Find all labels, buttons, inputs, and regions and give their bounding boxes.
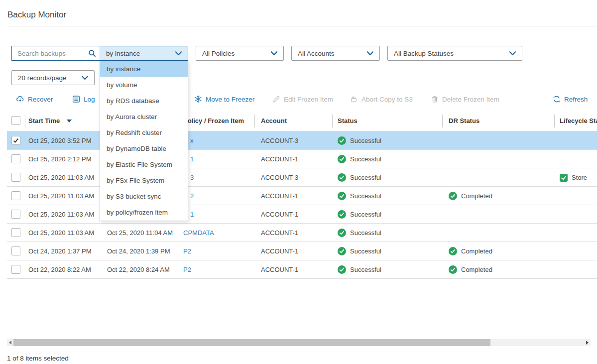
abort-copy-to-s3-button: Abort Copy to S3	[350, 94, 413, 105]
chevron-down-icon	[367, 51, 373, 56]
check-circle-icon	[338, 192, 346, 200]
records-per-page-select[interactable]: 20 records/page	[11, 70, 95, 85]
column-header-lifecycle-status[interactable]: Lifecycle Status	[560, 111, 597, 131]
start-time-cell: Oct 25, 2020 11:03 AM	[28, 168, 94, 187]
edit-frozen-item-button: Edit Frozen Item	[272, 94, 333, 105]
account-cell: ACCOUNT-3	[261, 168, 298, 187]
table-row[interactable]: Oct 25, 2020 3:52 PM x ACCOUNT-3 Success…	[7, 131, 597, 150]
dr-status-cell: Completed	[449, 187, 492, 205]
check-circle-icon	[338, 229, 346, 237]
check-circle-icon	[338, 155, 346, 163]
row-checkbox[interactable]	[11, 246, 20, 255]
scroll-right-button[interactable]	[584, 339, 591, 346]
check-circle-icon	[338, 247, 346, 255]
snowflake-icon	[194, 95, 202, 103]
dropdown-option[interactable]: by Elastic File System	[100, 157, 188, 173]
check-circle-icon	[338, 210, 346, 219]
start-time-cell: Oct 22, 2020 8:22 AM	[28, 260, 91, 279]
row-checkbox[interactable]	[11, 210, 20, 219]
dropdown-option[interactable]: by instance	[100, 61, 188, 77]
dropdown-option[interactable]: by Redshift cluster	[100, 125, 188, 141]
dropdown-option[interactable]: by S3 bucket sync	[100, 189, 188, 205]
sort-desc-icon	[67, 120, 72, 122]
status-cell: Successful	[338, 260, 381, 279]
finish-time-cell: Oct 25, 2020 11:04 AM	[107, 224, 173, 242]
account-cell: ACCOUNT-1	[261, 205, 298, 224]
table-row[interactable]: Oct 25, 2020 2:12 PM 1 ACCOUNT-1 Success…	[7, 150, 597, 168]
search-icon[interactable]	[85, 46, 100, 60]
status-cell: Successful	[338, 187, 381, 205]
scroll-left-button[interactable]	[7, 339, 13, 346]
table-row[interactable]: Oct 25, 2020 11:03 AM Oct 25, 2020 11:04…	[7, 224, 597, 242]
check-circle-icon	[449, 265, 457, 274]
table-row[interactable]: Oct 25, 2020 11:03 AM 3 ACCOUNT-3 Succes…	[7, 168, 597, 187]
column-header-start-time[interactable]: Start Time	[28, 111, 72, 131]
status-cell: Successful	[338, 224, 381, 242]
delete-frozen-item-button: Delete Frozen Item	[431, 94, 499, 105]
dropdown-option[interactable]: by FSx File System	[100, 173, 188, 189]
recover-button[interactable]: Recover	[16, 94, 53, 105]
log-button[interactable]: Log	[72, 94, 95, 105]
column-divider	[442, 115, 443, 127]
start-time-cell: Oct 24, 2020 1:37 PM	[28, 242, 91, 260]
horizontal-scrollbar	[7, 339, 591, 346]
row-checkbox[interactable]	[11, 154, 20, 163]
column-divider	[332, 115, 333, 127]
table-header: Start Time Policy / Frozen Item Account …	[7, 111, 597, 131]
row-checkbox[interactable]	[11, 228, 20, 237]
policy-link[interactable]: P2	[183, 242, 191, 260]
refresh-button[interactable]: Refresh	[553, 94, 588, 105]
status-cell: Successful	[338, 131, 381, 150]
table-row[interactable]: Oct 25, 2020 11:03 AM 1 ACCOUNT-1 Succes…	[7, 205, 597, 224]
check-square-icon	[560, 174, 568, 182]
move-to-freezer-button[interactable]: Move to Freezer	[194, 94, 254, 105]
row-checkbox[interactable]	[11, 136, 20, 145]
search-by-select[interactable]: by instance	[100, 46, 188, 60]
policies-value: All Policies	[202, 50, 235, 57]
table-body: Oct 25, 2020 3:52 PM x ACCOUNT-3 Success…	[7, 131, 597, 279]
backup-monitor-page: Backup Monitor by instance All Policies …	[0, 0, 597, 364]
dropdown-option[interactable]: by volume	[100, 77, 188, 93]
column-divider	[254, 115, 255, 127]
chevron-down-icon	[82, 76, 88, 80]
table-row[interactable]: Oct 24, 2020 1:37 PM Oct 24, 2020 1:39 P…	[7, 242, 597, 260]
dropdown-option[interactable]: by RDS database	[100, 93, 188, 109]
search-input[interactable]	[12, 46, 85, 60]
scrollbar-thumb[interactable]	[13, 339, 490, 346]
account-cell: ACCOUNT-1	[261, 224, 298, 242]
policies-select[interactable]: All Policies	[196, 46, 284, 61]
dropdown-option[interactable]: by Aurora cluster	[100, 109, 188, 125]
column-header-dr-status[interactable]: DR Status	[449, 111, 479, 131]
status-cell: Successful	[338, 150, 381, 168]
search-by-value: by instance	[106, 50, 140, 57]
table-row[interactable]: Oct 22, 2020 8:22 AM Oct 22, 2020 8:24 A…	[7, 260, 597, 279]
column-divider	[554, 115, 555, 127]
hand-icon	[350, 95, 358, 103]
status-cell: Successful	[338, 205, 381, 224]
row-checkbox[interactable]	[11, 191, 20, 200]
check-circle-icon	[338, 265, 346, 274]
check-circle-icon	[449, 247, 457, 255]
column-header-account[interactable]: Account	[261, 111, 287, 131]
dropdown-option[interactable]: by DynamoDB table	[100, 141, 188, 157]
select-all-checkbox[interactable]	[11, 116, 20, 125]
search-control: by instance	[11, 46, 188, 61]
accounts-select[interactable]: All Accounts	[291, 46, 380, 61]
table-row[interactable]: Oct 25, 2020 11:03 AM 2 ACCOUNT-1 Succes…	[7, 187, 597, 205]
start-time-cell: Oct 25, 2020 11:03 AM	[28, 205, 94, 224]
triangle-right-icon	[586, 341, 589, 345]
column-divider	[25, 115, 25, 127]
column-header-policy[interactable]: Policy / Frozen Item	[183, 111, 244, 131]
column-header-status[interactable]: Status	[338, 111, 358, 131]
row-checkbox[interactable]	[11, 265, 20, 274]
row-checkbox[interactable]	[11, 173, 20, 182]
records-per-page-value: 20 records/page	[18, 74, 67, 82]
policy-link[interactable]: P2	[183, 260, 191, 279]
triangle-left-icon	[9, 341, 11, 345]
check-circle-icon	[338, 173, 346, 182]
backup-statuses-select[interactable]: All Backup Statuses	[387, 46, 522, 61]
dropdown-option[interactable]: by policy/frozen item	[100, 205, 188, 221]
chevron-down-icon	[271, 51, 277, 56]
policy-link[interactable]: CPMDATA	[183, 224, 214, 242]
accounts-value: All Accounts	[298, 50, 335, 57]
